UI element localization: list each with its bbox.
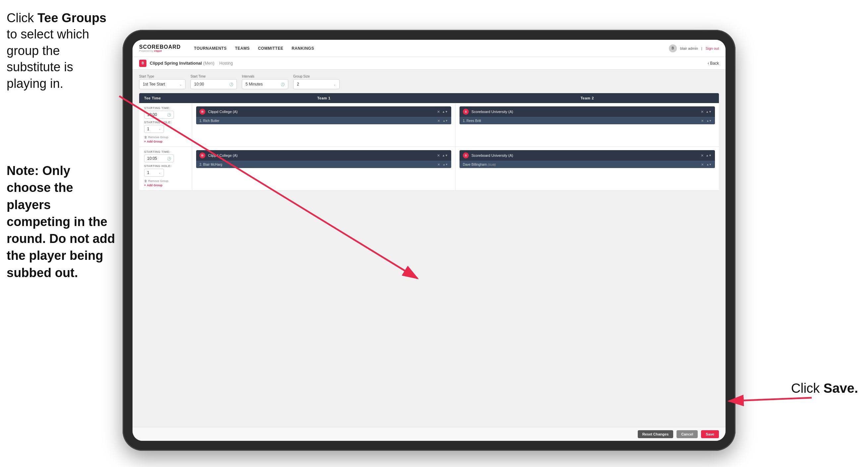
group-size-arrow: ⌄ [333, 83, 336, 86]
sub-nav: B Clippd Spring Invitational (Men) Hosti… [132, 57, 725, 69]
remove-group-1-button[interactable]: 🗑Remove Group [144, 136, 187, 139]
intervals-arrow: 🕐 [281, 83, 285, 86]
player-2-2-1-reorder[interactable]: ▲▼ [706, 164, 712, 166]
nav-teams[interactable]: TEAMS [235, 46, 250, 51]
team-1-1-icon: B [199, 109, 206, 115]
remove-group-2-button[interactable]: 🗑Remove Group [144, 179, 187, 183]
team-card-2-1-header: B Clippd College (A) ✕ ▲▼ [196, 150, 451, 161]
sub-nav-icon: B [139, 60, 147, 67]
starting-hole-input-2[interactable]: 1⌄ [144, 169, 164, 177]
click-save-text: Click Save. [791, 381, 858, 396]
player-2-1-1-remove[interactable]: ✕ [437, 163, 440, 166]
group-size-field: Group Size 2 ⌄ [293, 75, 340, 89]
player-row-2-1-1: 2. Blair McHarg ✕ ▲▼ [196, 161, 451, 168]
col-team1: Team 1 [192, 93, 456, 103]
sub-badge: (SUB) [488, 163, 496, 166]
group-2-actions: 🗑Remove Group +Add Group [144, 179, 187, 187]
start-type-label: Start Type [139, 75, 186, 78]
team-card-2-1: B Clippd College (A) ✕ ▲▼ 2. Blair McHar… [196, 150, 451, 168]
start-type-input[interactable]: 1st Tee Start ⌄ [139, 79, 186, 89]
user-name: blair admin [680, 47, 698, 50]
team-2-2-name: Scoreboard University (A) [471, 153, 698, 157]
start-time-input[interactable]: 10:00 🕐 [190, 79, 237, 89]
group-2-time-col: STARTING TIME: 10:05🕐 STARTING HOLE: 1⌄ … [139, 147, 192, 190]
team-2-2-reorder[interactable]: ▲▼ [706, 154, 712, 157]
nav-items: TOURNAMENTS TEAMS COMMITTEE RANKINGS [194, 46, 314, 51]
user-avatar: B [669, 45, 677, 52]
team-1-2-remove[interactable]: ✕ [701, 110, 704, 114]
start-time-label: Start Time [190, 75, 237, 78]
team-2-1-icon: B [199, 152, 206, 158]
team-1-1-name: Clippd College (A) [208, 110, 434, 114]
clock-icon: 🕐 [229, 83, 233, 86]
logo-area: SCOREBOARD Powered by clippd [139, 45, 181, 52]
player-1-2-1-reorder[interactable]: ▲▼ [706, 120, 712, 122]
instructions-text: Click Tee Groups to select which group t… [7, 10, 113, 92]
add-group-2-button[interactable]: +Add Group [144, 184, 187, 187]
starting-time-input-1[interactable]: 10:00🕐 [144, 111, 174, 119]
table-header: Tee Time Team 1 Team 2 [139, 93, 719, 103]
starting-hole-label-2: STARTING HOLE: [144, 165, 187, 168]
team-card-1-2-header: S Scoreboard University (A) ✕ ▲▼ [460, 107, 715, 117]
team-card-2-2: S Scoreboard University (A) ✕ ▲▼ Dave Bi… [460, 150, 715, 168]
player-2-1-1-reorder[interactable]: ▲▼ [443, 164, 448, 166]
nav-separator: | [701, 47, 702, 50]
save-button[interactable]: Save [701, 430, 719, 438]
group-1-time-col: STARTING TIME: 10:00🕐 STARTING HOLE: 1⌄ … [139, 103, 192, 146]
group-1-team2-col: S Scoreboard University (A) ✕ ▲▼ 1. Rees… [456, 103, 719, 146]
group-size-label: Group Size [293, 75, 340, 78]
group-size-input[interactable]: 2 ⌄ [293, 79, 340, 89]
team-2-2-icon: S [463, 152, 469, 158]
reset-changes-button[interactable]: Reset Changes [638, 430, 673, 438]
hosting-label: Hosting [219, 61, 233, 66]
team-card-2-2-header: S Scoreboard University (A) ✕ ▲▼ [460, 150, 715, 161]
nav-tournaments[interactable]: TOURNAMENTS [194, 46, 227, 51]
player-1-1-1-reorder[interactable]: ▲▼ [443, 120, 448, 122]
player-row-1-2-1: 1. Rees Britt ✕ ▲▼ [460, 117, 715, 124]
group-row-1: STARTING TIME: 10:00🕐 STARTING HOLE: 1⌄ … [139, 103, 719, 147]
nav-committee[interactable]: COMMITTEE [258, 46, 284, 51]
team-2-1-remove[interactable]: ✕ [437, 153, 440, 158]
add-group-1-button[interactable]: +Add Group [144, 140, 187, 143]
team-card-1-1: B Clippd College (A) ✕ ▲▼ 1. Rich Butler… [196, 107, 451, 124]
player-1-1-1-remove[interactable]: ✕ [437, 119, 440, 123]
starting-time-label-1: STARTING TIME: [144, 107, 187, 110]
team-1-1-reorder[interactable]: ▲▼ [442, 110, 448, 113]
player-1-2-1-remove[interactable]: ✕ [701, 119, 704, 123]
player-2-1-1-name: 2. Blair McHarg [199, 163, 435, 166]
bottom-bar: Reset Changes Cancel Save [132, 427, 725, 441]
team-1-2-reorder[interactable]: ▲▼ [706, 110, 712, 113]
team-2-1-reorder[interactable]: ▲▼ [442, 154, 448, 157]
player-2-2-1-remove[interactable]: ✕ [701, 163, 704, 166]
player-row-2-2-1: Dave Billingham (SUB) ✕ ▲▼ [460, 161, 715, 168]
logo-scoreboard: SCOREBOARD [139, 45, 181, 50]
intervals-input[interactable]: 5 Minutes 🕐 [242, 79, 288, 89]
cancel-button[interactable]: Cancel [677, 430, 698, 438]
group-2-team2-col: S Scoreboard University (A) ✕ ▲▼ Dave Bi… [456, 147, 719, 190]
sign-out-link[interactable]: Sign out [706, 47, 719, 50]
starting-time-input-2[interactable]: 10:05🕐 [144, 154, 174, 163]
tablet-shell: SCOREBOARD Powered by clippd TOURNAMENTS… [123, 30, 736, 451]
group-1-actions: 🗑Remove Group +Add Group [144, 136, 187, 143]
team-2-1-controls: ✕ ▲▼ [437, 153, 448, 158]
team-card-1-2: S Scoreboard University (A) ✕ ▲▼ 1. Rees… [460, 107, 715, 124]
nav-rankings[interactable]: RANKINGS [291, 46, 314, 51]
player-2-2-1-name: Dave Billingham (SUB) [463, 163, 699, 166]
group-row-2: STARTING TIME: 10:05🕐 STARTING HOLE: 1⌄ … [139, 147, 719, 191]
group-2-team1-col: B Clippd College (A) ✕ ▲▼ 2. Blair McHar… [192, 147, 456, 190]
top-nav: SCOREBOARD Powered by clippd TOURNAMENTS… [132, 40, 725, 57]
svg-line-3 [729, 398, 812, 401]
group-1-team1-col: B Clippd College (A) ✕ ▲▼ 1. Rich Butler… [192, 103, 456, 146]
team-1-2-name: Scoreboard University (A) [471, 110, 698, 114]
start-type-field: Start Type 1st Tee Start ⌄ [139, 75, 186, 89]
back-button[interactable]: ‹ Back [708, 61, 719, 66]
main-content: Start Type 1st Tee Start ⌄ Start Time 10… [132, 69, 725, 427]
player-row-1-1-1: 1. Rich Butler ✕ ▲▼ [196, 117, 451, 124]
team-2-2-remove[interactable]: ✕ [701, 153, 704, 158]
logo-powered: Powered by clippd [139, 50, 181, 52]
starting-hole-input-1[interactable]: 1⌄ [144, 125, 164, 133]
starting-hole-label-1: STARTING HOLE: [144, 121, 187, 124]
col-tee-time: Tee Time [139, 93, 192, 103]
team-1-1-remove[interactable]: ✕ [437, 110, 440, 114]
team-card-1-1-header: B Clippd College (A) ✕ ▲▼ [196, 107, 451, 117]
